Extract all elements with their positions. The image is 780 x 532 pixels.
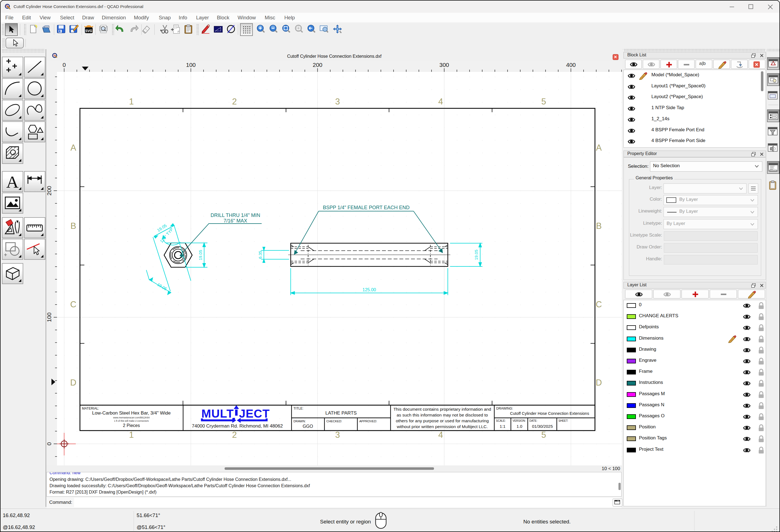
svg-text:Low-Carbon Steel Hex Bar, 3/4": Low-Carbon Steel Hex Bar, 3/4" Wide [92, 410, 170, 416]
svg-text:CHECKED:: CHECKED: [326, 420, 342, 423]
svg-text:2: 2 [232, 430, 237, 440]
svg-text:SVG: SVG [85, 29, 92, 33]
svg-text:BSPP 1/4" FEMALE PORT EACH END: BSPP 1/4" FEMALE PORT EACH END [323, 205, 410, 210]
svg-text:1: 1 [129, 97, 134, 106]
svg-text:4: 4 [438, 430, 443, 440]
svg-text:A: A [596, 143, 602, 153]
svg-text:19.05: 19.05 [198, 250, 203, 260]
svg-text:125.00: 125.00 [362, 287, 376, 292]
svg-text:2 Pieces: 2 Pieces [123, 423, 140, 428]
svg-text:without prior written permissi: without prior written permission of Mult… [396, 424, 488, 429]
svg-text:200: 200 [312, 62, 322, 68]
svg-text:DATE:: DATE: [529, 419, 537, 422]
svg-text:GGO: GGO [303, 424, 313, 429]
svg-text:A: A [70, 143, 76, 153]
svg-text:1: 1 [129, 430, 134, 440]
svg-text:1.0: 1.0 [517, 424, 523, 429]
svg-text:3: 3 [335, 430, 340, 440]
svg-text:74000 Cryderman Rd. Richmond,: 74000 Cryderman Rd. Richmond, MI 48062 [192, 423, 283, 429]
svg-text:D: D [596, 378, 602, 387]
svg-text:MATERIAL:: MATERIAL: [82, 407, 99, 410]
svg-text:4: 4 [438, 97, 443, 106]
svg-text:2: 2 [232, 97, 237, 106]
svg-text:5: 5 [541, 97, 546, 106]
svg-text:as such this information may n: as such this information may not be disc… [397, 413, 488, 417]
svg-text:DRILL THRU 1/4" MIN: DRILL THRU 1/4" MIN [210, 213, 260, 218]
svg-text:VERSION:: VERSION: [513, 419, 526, 422]
svg-text:100: 100 [186, 62, 196, 68]
svg-text:DRAWN:: DRAWN: [293, 420, 306, 423]
svg-text:D: D [70, 378, 76, 387]
svg-text:3: 3 [335, 97, 340, 106]
svg-text:200: 200 [46, 186, 52, 195]
svg-text:www.memasteracarr.com/8912K84: www.memasteracarr.com/8912K84 [113, 416, 150, 419]
svg-text:A: A [6, 172, 19, 191]
svg-text:SCALE:: SCALE: [496, 419, 506, 422]
svg-text:SHEET:: SHEET: [558, 419, 568, 422]
svg-text:400: 400 [566, 62, 576, 68]
svg-text:C: C [70, 300, 76, 309]
svg-text:This document contains proprie: This document contains proprietary infor… [393, 407, 491, 412]
svg-text:MULT: MULT [201, 407, 234, 420]
svg-text:7/16" MAX: 7/16" MAX [224, 218, 247, 224]
svg-text:JECT: JECT [239, 407, 270, 420]
svg-text:B: B [70, 221, 76, 231]
svg-text:300: 300 [439, 62, 449, 68]
svg-text:1 ft of this will make 2 conne: 1 ft of this will make 2 connectors [114, 420, 149, 422]
svg-text:APPROVED:: APPROVED: [359, 420, 377, 423]
svg-text:others for any purpose or used: others for any purpose or used for manuf… [396, 418, 489, 423]
svg-text:TITLE:: TITLE: [293, 407, 303, 410]
svg-text:C: C [596, 300, 602, 309]
svg-text:01/30/2025: 01/30/2025 [532, 424, 553, 429]
svg-text:B: B [596, 221, 602, 231]
svg-text:19.05: 19.05 [474, 250, 479, 260]
svg-text:5: 5 [541, 430, 546, 440]
svg-text:DRAWING:: DRAWING: [496, 407, 513, 410]
svg-text:0: 0 [62, 62, 66, 68]
svg-text:1:1: 1:1 [500, 424, 505, 429]
svg-text:0: 0 [46, 442, 52, 445]
svg-text:6.35: 6.35 [258, 251, 262, 259]
svg-text:Cutoff Cylinder Hose Connectio: Cutoff Cylinder Hose Connection Extensio… [510, 411, 589, 416]
svg-text:100: 100 [46, 312, 52, 322]
svg-text:LATHE PARTS: LATHE PARTS [325, 410, 356, 416]
